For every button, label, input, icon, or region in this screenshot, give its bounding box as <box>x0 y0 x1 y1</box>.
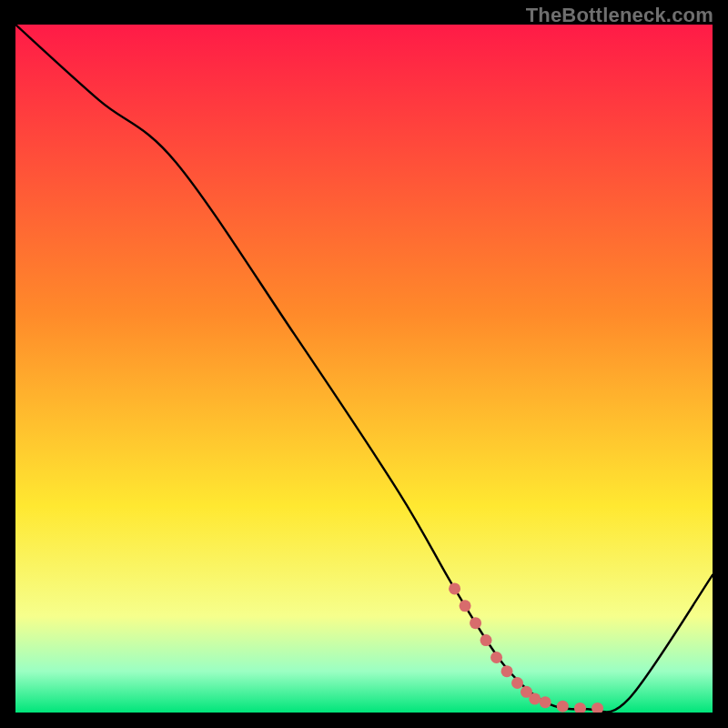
highlight-dot <box>529 693 541 704</box>
highlight-dot <box>501 665 513 677</box>
highlight-dot <box>470 617 481 629</box>
highlight-dot <box>511 677 523 689</box>
bottleneck-chart <box>15 25 713 713</box>
highlight-dot <box>490 652 502 663</box>
highlight-dot <box>449 582 460 594</box>
highlight-dot <box>480 634 492 646</box>
chart-frame: TheBottleneck.com <box>0 0 728 728</box>
highlight-dot <box>557 701 569 713</box>
highlight-dot <box>540 696 551 708</box>
gradient-bg <box>15 25 713 713</box>
plot-area <box>15 25 713 713</box>
highlight-dot <box>460 600 471 612</box>
